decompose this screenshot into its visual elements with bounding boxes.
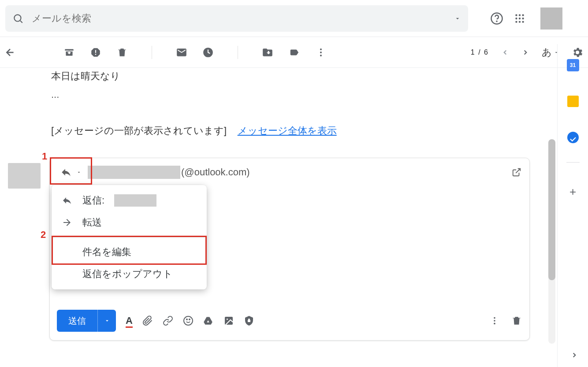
send-button[interactable]: 送信 — [57, 310, 116, 332]
menu-popout-reply-label: 返信をポップアウト — [82, 267, 173, 281]
page-counter: 1 / 6 — [471, 48, 489, 56]
svg-point-32 — [227, 319, 228, 320]
recipient-domain: (@outlook.com) — [181, 167, 250, 178]
search-options-icon[interactable] — [454, 15, 461, 22]
svg-point-9 — [522, 17, 524, 19]
send-options-dropdown[interactable] — [97, 310, 116, 332]
menu-reply-label: 返信: — [82, 194, 104, 207]
annotation-label-2: 2 — [41, 229, 46, 241]
back-icon[interactable] — [4, 47, 16, 58]
menu-edit-subject[interactable]: 件名を編集 — [52, 241, 207, 263]
search-box[interactable]: メールを検索 — [5, 5, 468, 32]
header-bar: メールを検索 — [0, 0, 588, 37]
format-toggle-button[interactable]: A — [126, 315, 133, 326]
svg-point-10 — [515, 21, 517, 22]
side-panel: 31 + — [557, 44, 588, 367]
reply-type-button[interactable] — [56, 164, 86, 181]
attach-file-icon[interactable] — [142, 315, 153, 326]
svg-point-0 — [14, 15, 21, 21]
svg-point-17 — [320, 55, 322, 56]
menu-divider — [52, 237, 207, 237]
reply-header: (@outlook.com) — [50, 158, 529, 185]
annotation-label-1: 1 — [42, 151, 47, 162]
svg-point-4 — [515, 14, 517, 16]
svg-point-7 — [515, 17, 517, 19]
prev-page-icon[interactable] — [501, 48, 509, 56]
report-spam-icon[interactable] — [90, 47, 101, 58]
svg-line-1 — [20, 21, 22, 23]
reply-icon — [61, 195, 73, 206]
insert-drive-icon[interactable] — [203, 315, 214, 326]
svg-point-28 — [184, 316, 193, 325]
menu-forward[interactable]: 転送 — [52, 211, 207, 234]
snooze-icon[interactable] — [202, 47, 214, 58]
sender-avatar — [8, 163, 41, 189]
calendar-addon-icon[interactable]: 31 — [566, 58, 580, 72]
search-placeholder: メールを検索 — [32, 12, 454, 25]
more-icon[interactable] — [316, 47, 326, 58]
delete-icon[interactable] — [116, 47, 128, 58]
svg-line-18 — [516, 169, 520, 173]
menu-reply[interactable]: 返信: — [52, 189, 207, 211]
popout-icon[interactable] — [512, 167, 521, 177]
keep-addon-icon[interactable] — [566, 94, 580, 108]
recipient-redacted — [88, 166, 180, 179]
mark-unread-icon[interactable] — [176, 47, 187, 58]
svg-point-34 — [494, 320, 495, 322]
svg-point-12 — [522, 21, 524, 22]
next-page-icon[interactable] — [521, 48, 529, 56]
confidential-mode-icon[interactable] — [244, 315, 254, 326]
move-to-icon[interactable] — [262, 47, 273, 58]
mail-body: 本日は晴天なり ... [メッセージの一部が表示されています] メッセージ全体を… — [0, 68, 588, 137]
svg-point-6 — [522, 14, 524, 16]
mail-ellipsis: ... — [51, 89, 588, 100]
clipped-message-row: [メッセージの一部が表示されています] メッセージ全体を表示 — [51, 124, 588, 137]
get-addons-icon[interactable]: + — [566, 185, 580, 199]
apps-grid-icon[interactable] — [514, 13, 525, 24]
tasks-addon-icon[interactable] — [566, 130, 580, 145]
svg-point-5 — [519, 14, 521, 16]
action-toolbar: 1 / 6 あ — [0, 37, 588, 68]
header-right — [490, 7, 562, 30]
account-avatar[interactable] — [540, 7, 562, 30]
insert-emoji-icon[interactable] — [183, 315, 194, 326]
menu-popout-reply[interactable]: 返信をポップアウト — [52, 263, 207, 285]
svg-point-16 — [320, 52, 322, 53]
svg-point-15 — [320, 48, 322, 50]
svg-point-11 — [519, 21, 521, 22]
vertical-scrollbar[interactable] — [548, 139, 555, 344]
input-language-indicator[interactable]: あ — [542, 46, 559, 59]
reply-dropdown-menu: 返信: 転送 件名を編集 返信をポップアウト — [52, 185, 207, 289]
labels-icon[interactable] — [288, 48, 301, 57]
menu-forward-label: 転送 — [82, 216, 102, 229]
svg-point-33 — [494, 317, 495, 319]
forward-icon — [61, 217, 73, 228]
search-icon — [12, 13, 24, 24]
more-options-icon[interactable] — [490, 316, 499, 326]
side-divider — [566, 162, 580, 163]
scrollbar-thumb[interactable] — [548, 139, 555, 280]
insert-link-icon[interactable] — [163, 315, 173, 326]
menu-reply-recipient-redacted — [114, 194, 156, 207]
clipped-notice: [メッセージの一部が表示されています] — [51, 125, 227, 136]
side-panel-toggle-icon[interactable] — [570, 351, 578, 359]
svg-point-8 — [519, 17, 521, 19]
svg-point-35 — [494, 323, 495, 325]
help-icon[interactable] — [490, 12, 503, 25]
archive-icon[interactable] — [63, 47, 75, 58]
discard-draft-icon[interactable] — [511, 315, 522, 326]
menu-edit-subject-label: 件名を編集 — [82, 245, 131, 259]
svg-point-3 — [496, 21, 497, 21]
insert-photo-icon[interactable] — [223, 315, 234, 326]
svg-point-30 — [189, 319, 190, 320]
view-entire-message-link[interactable]: メッセージ全体を表示 — [238, 125, 337, 136]
compose-bottom-row: 送信 A — [57, 308, 522, 334]
svg-point-29 — [186, 319, 187, 320]
mail-text-line: 本日は晴天なり — [51, 68, 588, 83]
